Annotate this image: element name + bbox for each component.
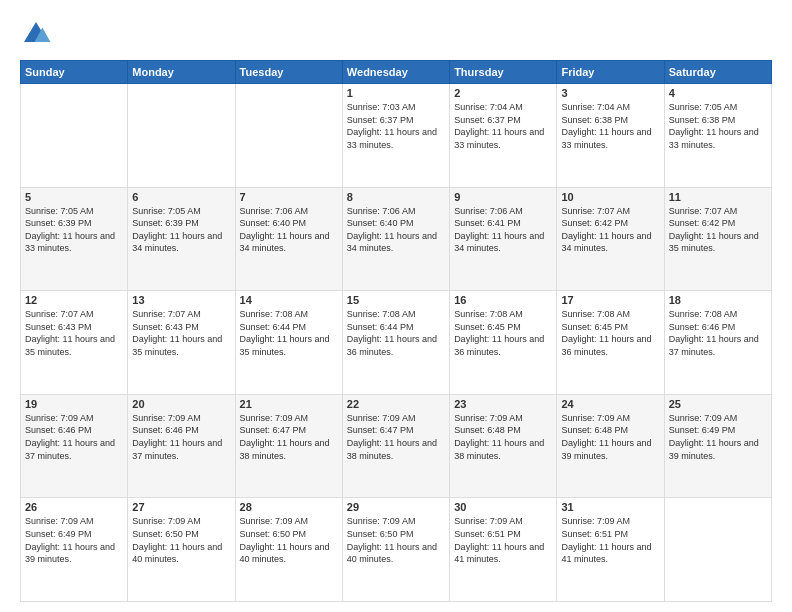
day-info: Sunrise: 7:09 AMSunset: 6:49 PMDaylight:… xyxy=(25,515,123,565)
day-info: Sunrise: 7:09 AMSunset: 6:51 PMDaylight:… xyxy=(561,515,659,565)
day-number: 11 xyxy=(669,191,767,203)
day-number: 15 xyxy=(347,294,445,306)
day-number: 6 xyxy=(132,191,230,203)
calendar-cell: 24Sunrise: 7:09 AMSunset: 6:48 PMDayligh… xyxy=(557,394,664,498)
calendar-cell: 9Sunrise: 7:06 AMSunset: 6:41 PMDaylight… xyxy=(450,187,557,291)
week-row-4: 26Sunrise: 7:09 AMSunset: 6:49 PMDayligh… xyxy=(21,498,772,602)
day-info: Sunrise: 7:03 AMSunset: 6:37 PMDaylight:… xyxy=(347,101,445,151)
calendar-table: SundayMondayTuesdayWednesdayThursdayFrid… xyxy=(20,60,772,602)
week-row-2: 12Sunrise: 7:07 AMSunset: 6:43 PMDayligh… xyxy=(21,291,772,395)
day-header-monday: Monday xyxy=(128,61,235,84)
calendar-cell: 5Sunrise: 7:05 AMSunset: 6:39 PMDaylight… xyxy=(21,187,128,291)
day-number: 29 xyxy=(347,501,445,513)
day-info: Sunrise: 7:09 AMSunset: 6:47 PMDaylight:… xyxy=(347,412,445,462)
day-info: Sunrise: 7:09 AMSunset: 6:50 PMDaylight:… xyxy=(347,515,445,565)
calendar-cell: 15Sunrise: 7:08 AMSunset: 6:44 PMDayligh… xyxy=(342,291,449,395)
day-info: Sunrise: 7:06 AMSunset: 6:40 PMDaylight:… xyxy=(347,205,445,255)
day-header-friday: Friday xyxy=(557,61,664,84)
day-number: 17 xyxy=(561,294,659,306)
logo xyxy=(20,18,56,50)
calendar-cell: 3Sunrise: 7:04 AMSunset: 6:38 PMDaylight… xyxy=(557,84,664,188)
day-info: Sunrise: 7:06 AMSunset: 6:40 PMDaylight:… xyxy=(240,205,338,255)
day-number: 26 xyxy=(25,501,123,513)
day-number: 21 xyxy=(240,398,338,410)
day-info: Sunrise: 7:08 AMSunset: 6:45 PMDaylight:… xyxy=(561,308,659,358)
day-info: Sunrise: 7:07 AMSunset: 6:43 PMDaylight:… xyxy=(132,308,230,358)
day-number: 16 xyxy=(454,294,552,306)
calendar-header: SundayMondayTuesdayWednesdayThursdayFrid… xyxy=(21,61,772,84)
calendar-cell: 29Sunrise: 7:09 AMSunset: 6:50 PMDayligh… xyxy=(342,498,449,602)
calendar-cell: 18Sunrise: 7:08 AMSunset: 6:46 PMDayligh… xyxy=(664,291,771,395)
week-row-1: 5Sunrise: 7:05 AMSunset: 6:39 PMDaylight… xyxy=(21,187,772,291)
day-number: 23 xyxy=(454,398,552,410)
logo-icon xyxy=(20,18,52,50)
calendar-cell: 1Sunrise: 7:03 AMSunset: 6:37 PMDaylight… xyxy=(342,84,449,188)
week-row-3: 19Sunrise: 7:09 AMSunset: 6:46 PMDayligh… xyxy=(21,394,772,498)
day-number: 3 xyxy=(561,87,659,99)
day-header-row: SundayMondayTuesdayWednesdayThursdayFrid… xyxy=(21,61,772,84)
day-number: 10 xyxy=(561,191,659,203)
day-number: 28 xyxy=(240,501,338,513)
calendar-cell: 31Sunrise: 7:09 AMSunset: 6:51 PMDayligh… xyxy=(557,498,664,602)
day-number: 30 xyxy=(454,501,552,513)
day-info: Sunrise: 7:04 AMSunset: 6:38 PMDaylight:… xyxy=(561,101,659,151)
day-number: 1 xyxy=(347,87,445,99)
day-number: 2 xyxy=(454,87,552,99)
day-number: 24 xyxy=(561,398,659,410)
page: SundayMondayTuesdayWednesdayThursdayFrid… xyxy=(0,0,792,612)
day-header-tuesday: Tuesday xyxy=(235,61,342,84)
calendar-cell xyxy=(664,498,771,602)
calendar-cell: 19Sunrise: 7:09 AMSunset: 6:46 PMDayligh… xyxy=(21,394,128,498)
day-info: Sunrise: 7:09 AMSunset: 6:46 PMDaylight:… xyxy=(132,412,230,462)
day-info: Sunrise: 7:08 AMSunset: 6:45 PMDaylight:… xyxy=(454,308,552,358)
calendar-body: 1Sunrise: 7:03 AMSunset: 6:37 PMDaylight… xyxy=(21,84,772,602)
calendar-cell: 22Sunrise: 7:09 AMSunset: 6:47 PMDayligh… xyxy=(342,394,449,498)
calendar-cell: 20Sunrise: 7:09 AMSunset: 6:46 PMDayligh… xyxy=(128,394,235,498)
calendar-cell: 13Sunrise: 7:07 AMSunset: 6:43 PMDayligh… xyxy=(128,291,235,395)
day-number: 14 xyxy=(240,294,338,306)
day-info: Sunrise: 7:05 AMSunset: 6:39 PMDaylight:… xyxy=(25,205,123,255)
day-info: Sunrise: 7:08 AMSunset: 6:44 PMDaylight:… xyxy=(240,308,338,358)
calendar-cell: 14Sunrise: 7:08 AMSunset: 6:44 PMDayligh… xyxy=(235,291,342,395)
header xyxy=(20,18,772,50)
calendar-cell: 26Sunrise: 7:09 AMSunset: 6:49 PMDayligh… xyxy=(21,498,128,602)
day-info: Sunrise: 7:06 AMSunset: 6:41 PMDaylight:… xyxy=(454,205,552,255)
day-number: 25 xyxy=(669,398,767,410)
calendar-cell: 30Sunrise: 7:09 AMSunset: 6:51 PMDayligh… xyxy=(450,498,557,602)
day-info: Sunrise: 7:09 AMSunset: 6:48 PMDaylight:… xyxy=(454,412,552,462)
calendar-cell: 8Sunrise: 7:06 AMSunset: 6:40 PMDaylight… xyxy=(342,187,449,291)
day-info: Sunrise: 7:07 AMSunset: 6:42 PMDaylight:… xyxy=(561,205,659,255)
day-number: 19 xyxy=(25,398,123,410)
calendar-cell: 17Sunrise: 7:08 AMSunset: 6:45 PMDayligh… xyxy=(557,291,664,395)
day-number: 18 xyxy=(669,294,767,306)
day-number: 12 xyxy=(25,294,123,306)
day-number: 31 xyxy=(561,501,659,513)
calendar-cell: 7Sunrise: 7:06 AMSunset: 6:40 PMDaylight… xyxy=(235,187,342,291)
calendar-cell: 4Sunrise: 7:05 AMSunset: 6:38 PMDaylight… xyxy=(664,84,771,188)
day-number: 9 xyxy=(454,191,552,203)
day-header-thursday: Thursday xyxy=(450,61,557,84)
day-info: Sunrise: 7:05 AMSunset: 6:39 PMDaylight:… xyxy=(132,205,230,255)
calendar-cell xyxy=(128,84,235,188)
day-info: Sunrise: 7:09 AMSunset: 6:50 PMDaylight:… xyxy=(132,515,230,565)
calendar-cell: 28Sunrise: 7:09 AMSunset: 6:50 PMDayligh… xyxy=(235,498,342,602)
day-header-saturday: Saturday xyxy=(664,61,771,84)
calendar-cell: 21Sunrise: 7:09 AMSunset: 6:47 PMDayligh… xyxy=(235,394,342,498)
calendar-cell: 27Sunrise: 7:09 AMSunset: 6:50 PMDayligh… xyxy=(128,498,235,602)
calendar-cell: 10Sunrise: 7:07 AMSunset: 6:42 PMDayligh… xyxy=(557,187,664,291)
day-number: 8 xyxy=(347,191,445,203)
day-header-wednesday: Wednesday xyxy=(342,61,449,84)
day-number: 4 xyxy=(669,87,767,99)
calendar-cell: 2Sunrise: 7:04 AMSunset: 6:37 PMDaylight… xyxy=(450,84,557,188)
day-info: Sunrise: 7:08 AMSunset: 6:44 PMDaylight:… xyxy=(347,308,445,358)
day-number: 5 xyxy=(25,191,123,203)
calendar-cell: 23Sunrise: 7:09 AMSunset: 6:48 PMDayligh… xyxy=(450,394,557,498)
day-info: Sunrise: 7:09 AMSunset: 6:46 PMDaylight:… xyxy=(25,412,123,462)
day-info: Sunrise: 7:05 AMSunset: 6:38 PMDaylight:… xyxy=(669,101,767,151)
day-number: 22 xyxy=(347,398,445,410)
week-row-0: 1Sunrise: 7:03 AMSunset: 6:37 PMDaylight… xyxy=(21,84,772,188)
day-number: 7 xyxy=(240,191,338,203)
day-info: Sunrise: 7:09 AMSunset: 6:48 PMDaylight:… xyxy=(561,412,659,462)
day-info: Sunrise: 7:09 AMSunset: 6:51 PMDaylight:… xyxy=(454,515,552,565)
day-info: Sunrise: 7:07 AMSunset: 6:43 PMDaylight:… xyxy=(25,308,123,358)
